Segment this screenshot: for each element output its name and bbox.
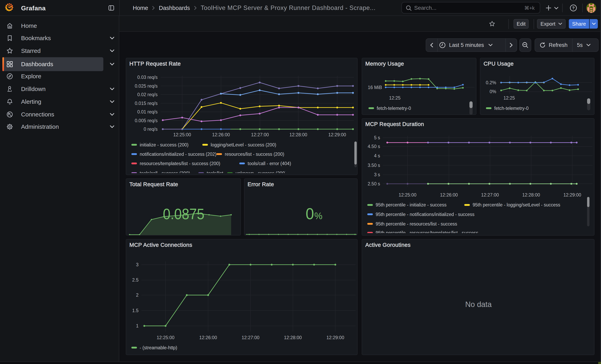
svg-text:0.2%: 0.2%: [486, 80, 496, 85]
svg-text:12:26:00: 12:26:00: [440, 192, 458, 197]
svg-text:12:27:00: 12:27:00: [251, 132, 269, 137]
svg-text:12:25:00: 12:25:00: [399, 192, 417, 197]
svg-text:12:28:00: 12:28:00: [522, 192, 540, 197]
svg-text:1.5: 1.5: [132, 308, 139, 313]
svg-text:4 s: 4 s: [374, 153, 380, 158]
svg-text:4.50 s: 4.50 s: [368, 144, 380, 149]
svg-text:0.005 req/s: 0.005 req/s: [135, 118, 158, 123]
svg-text:16 MiB: 16 MiB: [368, 85, 382, 90]
svg-text:12:25: 12:25: [389, 95, 401, 100]
svg-text:12:29:00: 12:29:00: [326, 335, 344, 340]
svg-text:?: ?: [572, 6, 575, 10]
svg-text:0.015 req/s: 0.015 req/s: [135, 101, 158, 106]
svg-text:12:25: 12:25: [503, 95, 515, 100]
svg-text:12:26:00: 12:26:00: [199, 335, 217, 340]
svg-text:2: 2: [136, 293, 139, 298]
svg-text:12:29:00: 12:29:00: [328, 132, 346, 137]
svg-text:12:28:00: 12:28:00: [284, 335, 302, 340]
svg-text:12:25:00: 12:25:00: [157, 335, 174, 340]
svg-text:0.03 req/s: 0.03 req/s: [137, 75, 158, 80]
svg-text:3 s: 3 s: [374, 172, 380, 177]
svg-text:12:27:00: 12:27:00: [481, 192, 499, 197]
svg-text:12:29:00: 12:29:00: [563, 192, 581, 197]
svg-text:12:27:00: 12:27:00: [242, 335, 260, 340]
svg-text:0.01 req/s: 0.01 req/s: [137, 109, 158, 114]
svg-text:0%: 0%: [490, 89, 496, 94]
svg-text:1: 1: [136, 323, 139, 328]
svg-text:0.02 req/s: 0.02 req/s: [137, 92, 158, 97]
svg-text:3.50 s: 3.50 s: [368, 163, 380, 168]
svg-text:0.025 req/s: 0.025 req/s: [135, 83, 158, 89]
svg-text:0 req/s: 0 req/s: [144, 127, 158, 132]
svg-text:12:26:00: 12:26:00: [212, 132, 230, 137]
svg-text:12:28:00: 12:28:00: [289, 132, 307, 137]
svg-text:2.50 s: 2.50 s: [368, 181, 380, 186]
svg-text:12:25:00: 12:25:00: [173, 132, 191, 137]
svg-text:5 s: 5 s: [374, 135, 380, 140]
svg-text:2.5: 2.5: [132, 277, 139, 283]
svg-text:3: 3: [136, 262, 139, 267]
